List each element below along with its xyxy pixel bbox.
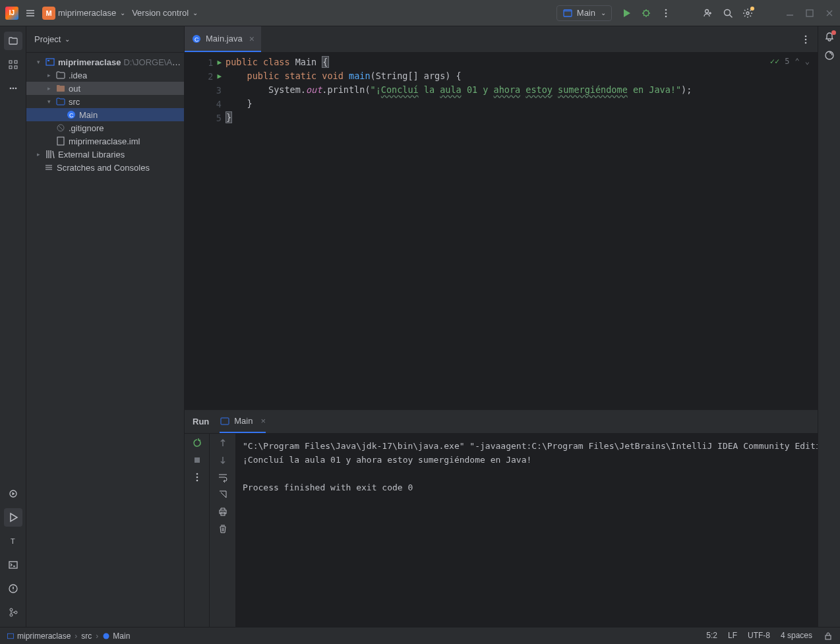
tree-item-main[interactable]: C Main	[26, 108, 184, 121]
console-line: ¡Concluí la aula 01 y ahora estoy sumerg…	[243, 455, 531, 465]
editor-area: C Main.java × 1▶ 2▶ 3 4 5 public class M…	[185, 26, 818, 627]
code-editor[interactable]: 1▶ 2▶ 3 4 5 public class Main { public s…	[185, 53, 818, 409]
svg-rect-44	[825, 635, 831, 639]
next-problem-icon[interactable]: ⌄	[805, 57, 810, 66]
project-panel: Project ⌄ ▾ miprimeraclaseD:\JORGE\ALURA…	[26, 26, 185, 627]
svg-rect-10	[9, 61, 12, 63]
tree-item-gitignore[interactable]: .gitignore	[26, 121, 184, 134]
clear-icon[interactable]	[218, 523, 228, 534]
svg-point-37	[196, 473, 198, 475]
svg-point-6	[705, 9, 709, 13]
editor-tab[interactable]: C Main.java ×	[185, 26, 261, 52]
tree-item-external[interactable]: ▸ External Libraries	[26, 148, 184, 161]
line-separator[interactable]: LF	[728, 631, 737, 641]
minimize-button[interactable]	[785, 8, 795, 18]
settings-icon[interactable]	[742, 8, 753, 18]
code-with-me-icon[interactable]	[703, 8, 713, 18]
console-output[interactable]: "C:\Program Files\Java\jdk-17\bin\java.e…	[236, 434, 818, 627]
svg-point-32	[805, 35, 807, 37]
application-icon	[562, 8, 573, 18]
vcs-tool-button[interactable]	[4, 603, 22, 622]
scroll-up-icon[interactable]	[218, 438, 228, 448]
lock-icon[interactable]	[823, 631, 833, 641]
project-dropdown[interactable]: M miprimeraclase ⌄	[42, 7, 125, 20]
vcs-dropdown[interactable]: Version control ⌄	[132, 8, 198, 18]
tree-item-src[interactable]: ▾ src	[26, 95, 184, 108]
editor-inspections[interactable]: ✓✓ 5 ⌃ ⌄	[770, 57, 810, 66]
soft-wrap-icon[interactable]	[218, 472, 228, 483]
folder-icon	[55, 70, 66, 80]
svg-rect-42	[8, 633, 14, 639]
svg-point-7	[725, 9, 731, 15]
tree-label: External Libraries	[58, 150, 125, 160]
file-icon	[55, 136, 66, 146]
tree-root-name: miprimeraclase	[58, 57, 121, 67]
project-name: miprimeraclase	[58, 8, 116, 18]
application-icon	[220, 416, 230, 426]
breadcrumb[interactable]: src	[81, 631, 92, 641]
scroll-to-end-icon[interactable]	[218, 489, 228, 500]
svg-rect-29	[57, 137, 64, 145]
print-icon[interactable]	[218, 506, 228, 517]
tree-root[interactable]: ▾ miprimeraclaseD:\JORGE\ALURA	[26, 55, 184, 69]
more-tool-button[interactable]	[4, 79, 22, 98]
more-console-icon[interactable]	[192, 472, 202, 483]
close-icon[interactable]: ×	[260, 416, 266, 426]
chevron-right-icon: ›	[75, 631, 77, 641]
code-content[interactable]: public class Main { public static void m…	[225, 53, 818, 409]
scroll-down-icon[interactable]	[218, 455, 228, 465]
tree-item-scratches[interactable]: Scratches and Consoles	[26, 161, 184, 174]
tree-item-out[interactable]: ▸ out	[26, 82, 184, 95]
rerun-button[interactable]	[192, 438, 202, 448]
svg-rect-35	[221, 418, 229, 424]
module-icon	[45, 57, 55, 67]
line-number: 2	[208, 71, 213, 82]
services-tool-button[interactable]	[4, 484, 22, 503]
breadcrumb[interactable]: miprimeraclase	[7, 631, 71, 641]
run-config-selector[interactable]: Main ⌄	[556, 5, 612, 21]
library-icon	[45, 149, 55, 160]
close-button[interactable]	[824, 8, 835, 18]
run-button[interactable]	[621, 8, 632, 18]
breadcrumb[interactable]: Main	[102, 631, 130, 641]
close-tab-icon[interactable]: ×	[249, 34, 255, 44]
stop-button[interactable]	[192, 455, 202, 465]
terminal-tool-button[interactable]	[4, 556, 22, 574]
ai-assistant-icon[interactable]	[824, 50, 835, 61]
gutter: 1▶ 2▶ 3 4 5	[185, 53, 225, 409]
encoding[interactable]: UTF-8	[748, 631, 770, 641]
tab-options-icon[interactable]	[800, 34, 811, 45]
build-tool-button[interactable]: T	[4, 532, 22, 550]
svg-rect-19	[9, 562, 17, 568]
notifications-icon[interactable]	[824, 32, 835, 42]
chevron-right-icon: ›	[96, 631, 98, 641]
run-tool-button[interactable]	[4, 508, 22, 527]
tree-root-hint: D:\JORGE\ALURA	[123, 57, 181, 67]
structure-tool-button[interactable]	[4, 55, 22, 74]
debug-button[interactable]	[641, 8, 651, 18]
run-gutter-icon[interactable]: ▶	[217, 72, 222, 80]
gitignore-icon	[55, 123, 66, 133]
search-icon[interactable]	[723, 8, 733, 18]
tree-label: .gitignore	[69, 123, 104, 133]
tree-item-idea[interactable]: ▸ .idea	[26, 69, 184, 82]
maximize-button[interactable]	[804, 8, 815, 18]
caret-position[interactable]: 5:2	[706, 631, 717, 641]
problems-tool-button[interactable]	[4, 579, 22, 598]
console-line: Process finished with exit code 0	[243, 483, 413, 492]
chevron-down-icon: ⌄	[193, 9, 198, 16]
run-tab[interactable]: Main ×	[220, 410, 266, 433]
prev-problem-icon[interactable]: ⌃	[795, 57, 800, 66]
svg-point-34	[805, 42, 807, 44]
more-actions-button[interactable]	[661, 8, 671, 18]
project-tool-button[interactable]	[4, 32, 22, 50]
hamburger-icon[interactable]	[25, 8, 36, 18]
indent[interactable]: 4 spaces	[781, 631, 812, 641]
svg-rect-25	[47, 60, 49, 61]
tree-item-iml[interactable]: miprimeraclase.iml	[26, 134, 184, 148]
crumb-label: Main	[113, 631, 130, 641]
line-number: 3	[216, 85, 222, 96]
tree-label: miprimeraclase.iml	[69, 136, 140, 146]
project-panel-header[interactable]: Project ⌄	[26, 26, 184, 53]
run-gutter-icon[interactable]: ▶	[217, 58, 222, 67]
